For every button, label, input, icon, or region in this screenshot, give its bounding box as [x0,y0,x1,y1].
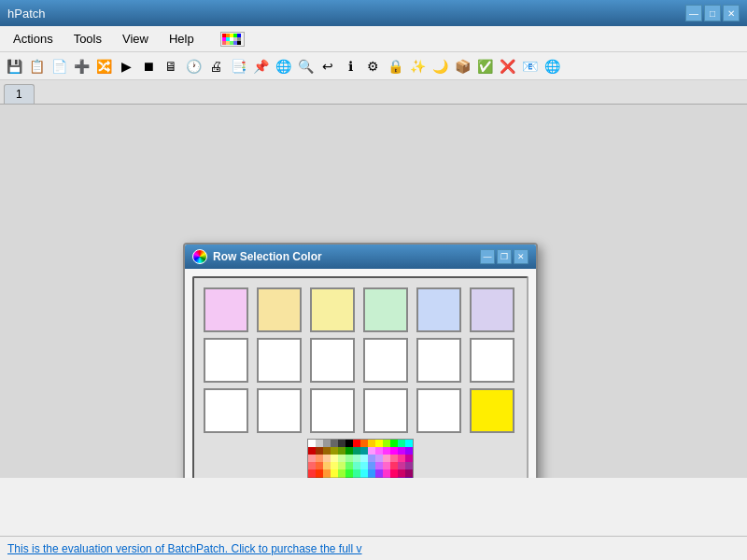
mini-palette-cell[interactable] [360,455,368,462]
minimize-button[interactable]: — [685,5,702,21]
mini-palette-cell[interactable] [368,469,375,477]
mini-palette-cell[interactable] [375,455,383,462]
mini-palette-cell[interactable] [308,462,316,469]
mini-palette-cell[interactable] [316,447,323,455]
mini-palette-cell[interactable] [323,440,331,447]
mini-palette-cell[interactable] [338,455,345,462]
mini-palette-cell[interactable] [398,477,405,478]
mini-palette-cell[interactable] [353,462,360,469]
color-cell-pink[interactable] [204,287,248,332]
mini-palette-cell[interactable] [323,469,331,477]
mini-palette-cell[interactable] [323,447,331,455]
mini-palette-cell[interactable] [398,447,405,455]
mini-palette-cell[interactable] [375,440,383,447]
mini-palette-cell[interactable] [390,477,398,478]
dialog-minimize-button[interactable]: — [480,249,495,264]
mini-palette-cell[interactable] [383,440,390,447]
color-cell-c1[interactable] [204,388,248,433]
mini-palette-cell[interactable] [353,469,360,477]
menu-actions[interactable]: Actions [4,28,63,49]
toolbar-package[interactable]: 📦 [452,56,472,77]
mini-palette-cell[interactable] [345,469,353,477]
color-grid-toolbar-icon[interactable] [220,32,245,47]
mini-palette-cell[interactable] [345,455,353,462]
mini-palette-cell[interactable] [353,455,360,462]
mini-palette-cell[interactable] [308,440,316,447]
mini-palette-cell[interactable] [331,440,338,447]
mini-palette-cell[interactable] [368,447,375,455]
mini-palette-cell[interactable] [308,469,316,477]
toolbar-clipboard[interactable]: 📋 [26,56,47,77]
status-link[interactable]: This is the evaluation version of BatchP… [7,542,362,555]
color-cell-c5[interactable] [416,388,461,433]
mini-palette-cell[interactable] [405,447,413,455]
mini-palette-cell[interactable] [308,477,316,478]
mini-palette-cell[interactable] [353,440,360,447]
toolbar-pin[interactable]: 📌 [250,56,271,77]
color-cell-w2[interactable] [257,338,302,383]
mini-palette-cell[interactable] [398,462,405,469]
toolbar-add[interactable]: ➕ [71,56,92,77]
toolbar-error[interactable]: ❌ [497,56,517,77]
close-button[interactable]: ✕ [723,5,740,21]
menu-help[interactable]: Help [160,28,204,49]
mini-palette-cell[interactable] [405,462,413,469]
tab-1[interactable]: 1 [4,84,35,104]
mini-palette-cell[interactable] [383,455,390,462]
dialog-close-button[interactable]: ✕ [514,249,529,264]
toolbar-print[interactable]: 🖨 [205,56,226,77]
mini-palette-cell[interactable] [368,462,375,469]
mini-palette-cell[interactable] [316,455,323,462]
mini-palette-cell[interactable] [375,477,383,478]
mini-palette-cell[interactable] [390,462,398,469]
mini-palette-cell[interactable] [383,447,390,455]
toolbar-magic[interactable]: ✨ [407,56,428,77]
color-cell-w6[interactable] [470,338,514,383]
toolbar-web[interactable]: 🌐 [542,56,562,77]
menu-view[interactable]: View [113,28,158,49]
color-cell-w3[interactable] [310,338,355,383]
mini-palette-cell[interactable] [360,469,368,477]
mini-palette-cell[interactable] [375,469,383,477]
mini-palette-cell[interactable] [331,469,338,477]
mini-palette-cell[interactable] [338,440,345,447]
mini-palette-cell[interactable] [331,455,338,462]
color-cell-mint[interactable] [363,287,408,332]
mini-palette-cell[interactable] [405,469,413,477]
mini-palette-cell[interactable] [390,440,398,447]
mini-palette-cell[interactable] [368,455,375,462]
mini-palette-cell[interactable] [316,469,323,477]
maximize-button[interactable]: □ [704,5,721,21]
dialog-restore-button[interactable]: ❐ [497,249,512,264]
toolbar-lock[interactable]: 🔒 [385,56,405,77]
toolbar-settings[interactable]: ⚙ [362,56,383,77]
color-cell-peach[interactable] [257,287,302,332]
mini-palette-cell[interactable] [308,447,316,455]
mini-palette-cell[interactable] [331,462,338,469]
toolbar-stop[interactable]: ⏹ [138,56,159,77]
color-cell-w5[interactable] [416,338,461,383]
toolbar-email[interactable]: 📧 [519,56,540,77]
mini-palette-cell[interactable] [375,447,383,455]
mini-palette-cell[interactable] [398,440,405,447]
toolbar-doc[interactable]: 📑 [228,56,248,77]
mini-palette-cell[interactable] [398,455,405,462]
mini-palette-cell[interactable] [338,477,345,478]
mini-palette-cell[interactable] [353,447,360,455]
mini-palette-cell[interactable] [353,477,360,478]
mini-palette-cell[interactable] [345,462,353,469]
mini-palette-cell[interactable] [405,477,413,478]
toolbar-search[interactable]: 🔍 [295,56,316,77]
mini-palette-cell[interactable] [338,469,345,477]
color-cell-c3[interactable] [310,388,355,433]
toolbar-info[interactable]: ℹ [340,56,360,77]
mini-palette-cell[interactable] [316,462,323,469]
mini-palette-cell[interactable] [345,447,353,455]
mini-palette-cell[interactable] [338,447,345,455]
mini-palette-cell[interactable] [375,462,383,469]
mini-palette-cell[interactable] [323,462,331,469]
color-cell-yellow[interactable] [310,287,355,332]
mini-palette-cell[interactable] [323,455,331,462]
toolbar-globe[interactable]: 🌐 [273,56,293,77]
color-cell-lavender[interactable] [470,287,514,332]
